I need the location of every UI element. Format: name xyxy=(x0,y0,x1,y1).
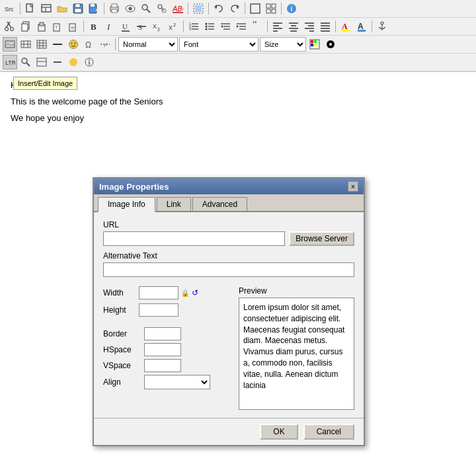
modal-overlay: Image Properties × Image Info Link Advan… xyxy=(0,0,476,151)
